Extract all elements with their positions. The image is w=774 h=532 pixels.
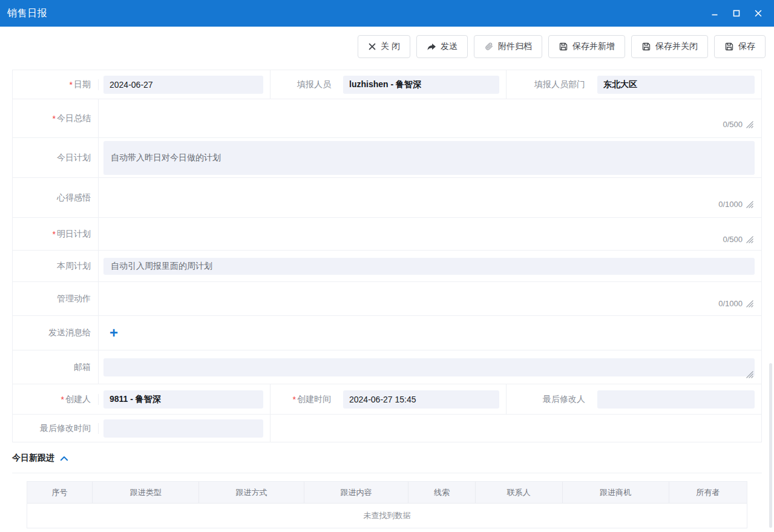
minimize-icon [710, 9, 719, 18]
reporter-cell: 填报人员 [270, 70, 506, 99]
form-row-tomorrow-plan: *明日计划 0/500 [13, 218, 761, 251]
form-row-insights: 心得感悟 0/1000 [13, 178, 761, 218]
table-header-cell: 跟进内容 [304, 482, 408, 503]
today-summary-label: *今日总结 [13, 99, 99, 137]
save-and-new-button[interactable]: 保存并新增 [548, 35, 625, 58]
send-message-to-label: 发送消息给 [13, 316, 99, 350]
last-modified-time-cell: 最后修改时间 [13, 415, 270, 442]
followup-table: 序号 跟进类型 跟进方式 跟进内容 线索 联系人 跟进商机 所有者 未查找到数据 [27, 481, 747, 528]
last-modifier-input[interactable] [597, 390, 755, 409]
minimize-button[interactable] [709, 7, 721, 19]
form-row-creator: *创建人 *创建时间 最后修改人 [13, 384, 761, 415]
table-header-cell: 跟进类型 [93, 482, 199, 503]
date-input[interactable] [103, 76, 263, 94]
creator-input[interactable] [103, 390, 263, 409]
daily-report-form: *日期 填报人员 填报人员部门 *今日总结 0/500 [12, 70, 762, 442]
send-button[interactable]: 发送 [416, 35, 468, 58]
table-header-cell: 序号 [27, 482, 93, 503]
date-label: *日期 [13, 79, 99, 90]
table-header-cell: 联系人 [476, 482, 563, 503]
form-row-today-plan: 今日计划 自动带入昨日对今日做的计划 [13, 138, 761, 178]
close-action-button[interactable]: 关 闭 [358, 35, 410, 58]
maximize-icon [732, 9, 741, 18]
today-summary-textarea[interactable] [99, 99, 761, 137]
attach-archive-button[interactable]: 附件归档 [474, 35, 542, 58]
form-row-week-plan: 本周计划 自动引入周报里面的周计划 [13, 251, 761, 282]
button-label: 保存 [738, 41, 755, 52]
button-label: 关 闭 [381, 41, 400, 52]
button-label: 保存并关闭 [655, 41, 698, 52]
maximize-button[interactable] [730, 7, 743, 19]
last-modified-time-label: 最后修改时间 [13, 423, 99, 434]
tomorrow-plan-textarea[interactable] [99, 218, 761, 250]
tomorrow-plan-counter: 0/500 [723, 235, 753, 244]
reporter-dept-cell: 填报人员部门 [506, 70, 761, 99]
save-and-close-button[interactable]: 保存并关闭 [631, 35, 708, 58]
table-header-cell: 跟进商机 [563, 482, 669, 503]
insights-label: 心得感悟 [13, 178, 99, 217]
window-titlebar: 销售日报 [0, 0, 774, 27]
management-action-label: 管理动作 [13, 282, 99, 315]
paperclip-icon [484, 42, 494, 51]
resize-grip-icon[interactable] [746, 120, 753, 128]
window-controls [709, 7, 764, 19]
table-header-cell: 线索 [408, 482, 476, 503]
close-window-button[interactable] [752, 7, 764, 19]
form-row-date: *日期 填报人员 填报人员部门 [13, 70, 761, 99]
today-plan-box: 自动带入昨日对今日做的计划 [103, 141, 755, 175]
last-modifier-label: 最后修改人 [507, 394, 592, 405]
resize-grip-icon[interactable] [746, 370, 753, 378]
creator-label: *创建人 [13, 394, 99, 405]
section-divider [12, 473, 762, 473]
followup-section-header: 今日新跟进 [12, 442, 762, 473]
last-modified-time-input[interactable] [103, 419, 263, 438]
save-icon [641, 42, 651, 51]
table-header-cell: 所有者 [669, 482, 747, 503]
reporter-dept-label: 填报人员部门 [507, 79, 592, 90]
empty-cell [270, 415, 506, 442]
insights-counter: 0/1000 [718, 200, 753, 209]
insights-textarea[interactable] [99, 178, 761, 217]
close-icon [368, 42, 376, 51]
plus-icon: + [110, 324, 118, 341]
toolbar: 关 闭 发送 附件归档 保存并新增 保存并关闭 保存 [0, 27, 774, 58]
save-icon [559, 42, 568, 51]
create-time-input[interactable] [343, 390, 499, 409]
button-label: 附件归档 [498, 41, 532, 52]
dialog-body: *日期 填报人员 填报人员部门 *今日总结 0/500 [0, 58, 774, 528]
resize-grip-icon[interactable] [746, 235, 753, 243]
chevron-up-icon [60, 456, 68, 461]
scrollbar-thumb[interactable] [769, 363, 772, 528]
today-summary-counter: 0/500 [723, 120, 753, 129]
add-recipient-button[interactable]: + [110, 327, 118, 339]
form-row-send-message-to: 发送消息给 + [13, 316, 761, 350]
week-plan-label: 本周计划 [13, 251, 99, 281]
email-input[interactable] [103, 358, 755, 376]
management-action-textarea[interactable] [99, 282, 761, 315]
reporter-label: 填报人员 [271, 79, 338, 90]
week-plan-box: 自动引入周报里面的周计划 [103, 258, 755, 275]
save-button[interactable]: 保存 [714, 35, 766, 58]
today-plan-label: 今日计划 [13, 138, 99, 177]
close-icon [754, 9, 763, 18]
form-row-last-modified-time: 最后修改时间 [13, 415, 761, 442]
management-action-counter: 0/1000 [718, 299, 753, 308]
form-row-management-action: 管理动作 0/1000 [13, 282, 761, 316]
reporter-input[interactable] [343, 76, 499, 94]
collapse-section-button[interactable] [60, 456, 68, 461]
create-time-label: *创建时间 [271, 394, 338, 405]
creator-cell: *创建人 [13, 384, 270, 414]
empty-cell [506, 415, 761, 442]
followup-table-header: 序号 跟进类型 跟进方式 跟进内容 线索 联系人 跟进商机 所有者 [27, 482, 747, 504]
date-cell: *日期 [13, 70, 270, 99]
email-label: 邮箱 [13, 350, 99, 384]
followup-section-title: 今日新跟进 [12, 453, 54, 464]
last-modifier-cell: 最后修改人 [506, 384, 761, 414]
window-title: 销售日报 [7, 7, 47, 20]
resize-grip-icon[interactable] [746, 300, 753, 307]
table-empty-row: 未查找到数据 [27, 504, 747, 528]
resize-grip-icon[interactable] [746, 200, 753, 208]
reporter-dept-input[interactable] [597, 76, 755, 94]
form-row-email: 邮箱 [13, 350, 761, 384]
button-label: 发送 [441, 41, 458, 52]
